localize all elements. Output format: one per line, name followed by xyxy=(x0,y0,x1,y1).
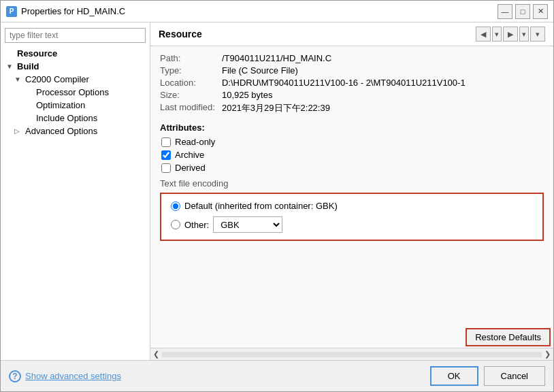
view-menu-button[interactable]: ▾ xyxy=(530,27,545,42)
other-encoding-radio[interactable] xyxy=(171,220,180,229)
readonly-row: Read-only xyxy=(160,137,544,147)
ok-button[interactable]: OK xyxy=(430,366,478,386)
archive-checkbox[interactable] xyxy=(161,150,171,160)
tree-item-c2000[interactable]: ▼ C2000 Compiler xyxy=(1,73,150,86)
tree-item-label: Advanced Options xyxy=(25,126,97,136)
modified-label: Last modified: xyxy=(160,102,215,114)
other-encoding-label: Other: xyxy=(184,220,209,230)
tree-item-label: Include Options xyxy=(36,113,97,123)
attributes-label: Attributes: xyxy=(160,122,544,133)
right-content: Path: /T904011U211/HD_MAIN.C Type: File … xyxy=(150,46,553,324)
chevron-icon: ▼ xyxy=(6,63,14,70)
footer-buttons: OK Cancel xyxy=(430,366,545,386)
readonly-label: Read-only xyxy=(175,137,215,147)
derived-label: Derived xyxy=(175,163,206,173)
tree-item-processor-options[interactable]: Processor Options xyxy=(1,86,150,99)
attributes-section: Attributes: Read-only Archive Derived xyxy=(160,122,544,173)
show-advanced-settings-link[interactable]: Show advanced settings xyxy=(25,371,121,381)
maximize-button[interactable]: □ xyxy=(515,4,530,19)
encoding-box: Default (inherited from container: GBK) … xyxy=(160,193,544,241)
minimize-button[interactable]: — xyxy=(498,4,512,19)
type-label: Type: xyxy=(160,65,215,76)
titlebar-buttons: — □ ✕ xyxy=(498,4,548,19)
cancel-button[interactable]: Cancel xyxy=(484,366,545,386)
main-content: Resource ▼ Build ▼ C2000 Compiler Proces… xyxy=(1,22,553,360)
scroll-track[interactable] xyxy=(162,352,542,357)
default-encoding-label: Default (inherited from container: GBK) xyxy=(184,201,338,211)
titlebar: P Properties for HD_MAIN.C — □ ✕ xyxy=(1,1,553,22)
readonly-checkbox[interactable] xyxy=(161,137,171,147)
window-title: Properties for HD_MAIN.C xyxy=(21,6,498,16)
tree-item-label: Processor Options xyxy=(36,87,109,97)
nav-buttons: ◀ ▾ ▶ ▾ ▾ xyxy=(476,27,545,42)
back-button[interactable]: ◀ xyxy=(476,27,491,42)
right-panel: Resource ◀ ▾ ▶ ▾ ▾ Path: /T904011U211/HD… xyxy=(150,22,553,360)
tree-item-build[interactable]: ▼ Build xyxy=(1,60,150,73)
forward-button[interactable]: ▶ xyxy=(503,27,518,42)
properties-dialog: P Properties for HD_MAIN.C — □ ✕ Resourc… xyxy=(0,0,554,392)
location-value: D:\HDRU\MT904011U211V100-16 - 2\MT904011… xyxy=(222,78,544,88)
close-button[interactable]: ✕ xyxy=(533,4,548,19)
encoding-select[interactable]: GBK UTF-8 UTF-16 ISO-8859-1 xyxy=(213,216,282,233)
window-icon: P xyxy=(6,6,17,17)
right-panel-title: Resource xyxy=(159,29,202,39)
tree-item-label: Resource xyxy=(17,48,57,59)
tree-item-label: C2000 Compiler xyxy=(25,74,89,84)
horizontal-scrollbar: ❮ ❯ xyxy=(150,348,553,360)
derived-checkbox[interactable] xyxy=(161,163,171,173)
tree-item-resource[interactable]: Resource xyxy=(1,47,150,60)
right-header: Resource ◀ ▾ ▶ ▾ ▾ xyxy=(150,22,553,46)
path-value: /T904011U211/HD_MAIN.C xyxy=(222,53,544,63)
size-label: Size: xyxy=(160,90,215,100)
location-label: Location: xyxy=(160,78,215,88)
left-panel: Resource ▼ Build ▼ C2000 Compiler Proces… xyxy=(1,22,150,360)
help-icon[interactable]: ? xyxy=(9,370,21,382)
chevron-icon: ▼ xyxy=(14,76,22,83)
tree-item-label: Optimization xyxy=(36,100,85,110)
restore-btn-area: Restore Defaults xyxy=(150,324,553,348)
type-value: File (C Source File) xyxy=(222,65,544,76)
footer: ? Show advanced settings OK Cancel xyxy=(1,360,553,391)
scroll-right-arrow[interactable]: ❯ xyxy=(544,350,551,359)
size-value: 10,925 bytes xyxy=(222,90,544,100)
other-encoding-row: Other: GBK UTF-8 UTF-16 ISO-8859-1 xyxy=(171,216,533,233)
scroll-left-arrow[interactable]: ❮ xyxy=(153,350,159,359)
forward-dropdown-button[interactable]: ▾ xyxy=(519,27,529,42)
tree-item-optimization[interactable]: Optimization xyxy=(1,99,150,112)
footer-left: ? Show advanced settings xyxy=(9,370,121,382)
tree-item-advanced-options[interactable]: ▷ Advanced Options xyxy=(1,125,150,137)
default-encoding-radio[interactable] xyxy=(171,201,180,211)
info-grid: Path: /T904011U211/HD_MAIN.C Type: File … xyxy=(160,53,544,114)
encoding-section-label: Text file encoding xyxy=(160,178,544,189)
filter-input[interactable] xyxy=(5,28,146,43)
chevron-right-icon: ▷ xyxy=(14,127,22,135)
archive-row: Archive xyxy=(160,150,544,160)
path-label: Path: xyxy=(160,53,215,63)
modified-value: 2021年3月29日下午2:22:39 xyxy=(222,102,544,114)
tree-item-include-options[interactable]: Include Options xyxy=(1,112,150,125)
tree-item-label: Build xyxy=(17,61,39,71)
restore-defaults-button[interactable]: Restore Defaults xyxy=(466,328,551,346)
derived-row: Derived xyxy=(160,163,544,173)
default-encoding-row: Default (inherited from container: GBK) xyxy=(171,201,533,211)
archive-label: Archive xyxy=(175,150,204,160)
back-dropdown-button[interactable]: ▾ xyxy=(492,27,502,42)
